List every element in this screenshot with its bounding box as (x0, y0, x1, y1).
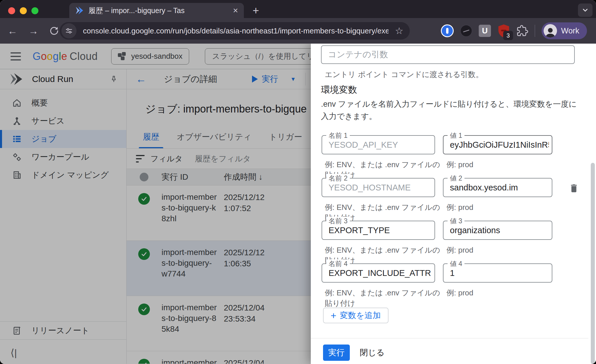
reload-button[interactable] (49, 26, 59, 36)
execute-job-panel: コンテナの引数 エントリ ポイント コマンドに渡される引数。 環境変数 .env… (311, 44, 596, 364)
profile-chip[interactable]: Work (542, 22, 587, 39)
env-vars-description: .env ファイルを名前入力フィールドに貼り付けると、環境変数を一度に入力できま… (321, 98, 577, 123)
minimize-window-button[interactable] (20, 7, 27, 14)
browser-back-button[interactable]: ← (8, 26, 17, 36)
profile-name: Work (561, 26, 579, 35)
close-window-button[interactable] (8, 7, 15, 14)
container-args-input[interactable]: コンテナの引数 (321, 45, 575, 64)
env-name-input-1[interactable]: 名前 1 YESOD_API_KEY (322, 135, 435, 154)
browser-forward-button[interactable]: → (29, 26, 38, 36)
container-args-help: エントリ ポイント コマンドに渡される引数。 (325, 69, 483, 80)
plus-icon: + (331, 311, 336, 320)
traffic-lights (8, 7, 38, 14)
url-bar[interactable]: console.cloud.google.com/run/jobs/detail… (60, 22, 410, 40)
env-name-input-3[interactable]: 名前 3 EXPORT_TYPE (322, 221, 435, 240)
ublock-extension-icon[interactable]: U (479, 25, 491, 37)
env-name-help-line1: 例: ENV、または .env ファイルの (325, 288, 440, 297)
env-value-help: 例: prod (446, 159, 473, 170)
env-value-input-1[interactable]: 値 1 eyJhbGciOiJFUzI1NiIsInR5cCI6I (443, 135, 552, 154)
browser-chrome: 履歴 – impor...-bigquery – Tas × + ← → con… (0, 0, 596, 44)
tab-strip: 履歴 – impor...-bigquery – Tas × + (0, 0, 596, 18)
url-text[interactable]: console.cloud.google.com/run/jobs/detail… (83, 26, 389, 35)
panel-scrollbar[interactable] (591, 163, 595, 364)
browser-window: 履歴 – impor...-bigquery – Tas × + ← → con… (0, 0, 596, 364)
env-value-input-2[interactable]: 値 2 sandbox.yesod.im (443, 178, 552, 197)
env-value-value: organizations (450, 226, 549, 235)
env-name-help: 例: ENV、または .env ファイルの貼り付け (325, 288, 440, 309)
add-variable-button[interactable]: + 変数を追加 (323, 308, 389, 323)
cloud-run-favicon-icon (75, 6, 84, 15)
close-panel-button[interactable]: 閉じる (360, 345, 384, 361)
env-name-value: YESOD_API_KEY (329, 140, 432, 150)
env-value-help: 例: prod (446, 245, 473, 255)
new-tab-button[interactable]: + (253, 3, 259, 18)
env-value-value: 1 (450, 268, 549, 278)
tab-close-icon[interactable]: × (233, 6, 238, 15)
page: GoogleCloud yesod-sandbox スラッシュ（/）を使用してリ… (0, 44, 596, 364)
shield-badge: 3 (503, 31, 513, 40)
env-name-input-2[interactable]: 名前 2 YESOD_HOSTNAME (322, 178, 435, 197)
tab-search-button[interactable] (578, 3, 593, 17)
delete-row-button[interactable] (569, 183, 579, 194)
extensions-puzzle-button[interactable] (517, 25, 528, 37)
env-name-value: YESOD_HOSTNAME (329, 183, 432, 192)
env-value-help: 例: prod (446, 288, 473, 298)
onepassword-slot (446, 28, 448, 34)
extensions-area: U 3 Work (441, 18, 596, 44)
env-value-help: 例: prod (446, 202, 473, 213)
avatar (544, 24, 557, 38)
env-name-value: EXPORT_TYPE (329, 226, 432, 235)
shield-extension-icon[interactable]: 3 (497, 24, 510, 38)
env-name-input-4[interactable]: 名前 4 EXPORT_INCLUDE_ATTRIBUTE_ (322, 263, 435, 283)
env-name-help-line1: 例: ENV、または .env ファイルの (325, 203, 440, 212)
env-value-label: 値 1 (448, 131, 464, 140)
dark-extension-icon[interactable] (460, 25, 472, 37)
browser-tab[interactable]: 履歴 – impor...-bigquery – Tas × (69, 3, 244, 18)
env-value-label: 値 4 (448, 259, 464, 268)
env-name-help-line1: 例: ENV、または .env ファイルの (325, 246, 440, 254)
panel-footer-divider (311, 338, 588, 338)
toolbar-divider (535, 25, 535, 37)
site-settings-button[interactable] (61, 23, 77, 38)
env-value-input-3[interactable]: 値 3 organizations (443, 221, 552, 240)
env-value-value: eyJhbGciOiJFUzI1NiIsInR5cCI6I (450, 140, 549, 150)
onepassword-extension-icon[interactable] (441, 24, 454, 37)
env-name-label: 名前 3 (326, 217, 350, 226)
env-value-label: 値 3 (448, 217, 464, 226)
container-args-placeholder: コンテナの引数 (328, 49, 571, 60)
zoom-window-button[interactable] (31, 7, 38, 14)
env-value-input-4[interactable]: 値 4 1 (443, 263, 552, 283)
chevron-down-icon (581, 6, 589, 14)
browser-toolbar: ← → console.cloud.google.com/run/jobs/de… (0, 18, 596, 44)
env-vars-title: 環境変数 (321, 84, 357, 96)
env-name-help-line2: 貼り付け (325, 299, 355, 308)
env-name-help-line1: 例: ENV、または .env ファイルの (325, 160, 440, 169)
execute-button[interactable]: 実行 (323, 345, 350, 361)
env-value-label: 値 2 (448, 174, 464, 183)
env-name-label: 名前 1 (326, 131, 350, 140)
person-icon (544, 25, 557, 38)
tune-icon (65, 27, 73, 35)
add-variable-label: 変数を追加 (340, 310, 381, 321)
env-value-value: sandbox.yesod.im (450, 183, 549, 192)
env-name-value: EXPORT_INCLUDE_ATTRIBUTE_ (329, 268, 432, 278)
env-name-label: 名前 4 (326, 259, 350, 268)
tab-title: 履歴 – impor...-bigquery – Tas (88, 6, 229, 15)
env-name-label: 名前 2 (326, 174, 350, 183)
bookmark-star-icon[interactable]: ☆ (395, 25, 403, 36)
